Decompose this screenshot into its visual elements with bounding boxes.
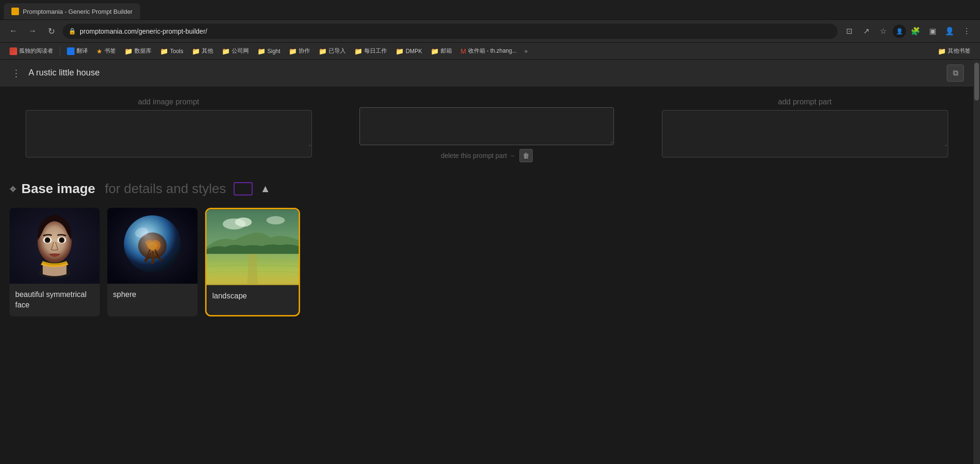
- folder-icon: 📁: [938, 47, 946, 55]
- bookmark-star-icon[interactable]: ☆: [876, 24, 891, 39]
- bookmark-mail[interactable]: 📁 邮箱: [427, 45, 456, 57]
- bookmark-label: 每日工作: [364, 47, 387, 55]
- browser-frame: Promptomania - Generic Prompt Builder ← …: [0, 0, 980, 464]
- landscape-card[interactable]: landscape: [205, 208, 300, 316]
- bookmark-label: 书签: [104, 47, 116, 55]
- delete-prompt-button[interactable]: 🗑: [519, 149, 533, 162]
- face-card-label: beautiful symmetrical face: [9, 284, 100, 316]
- image-cards-grid: beautiful symmetrical face: [9, 208, 964, 316]
- forward-button[interactable]: →: [25, 24, 40, 39]
- resize-handle: ⌟: [308, 140, 311, 147]
- svg-point-11: [124, 215, 181, 272]
- folder-icon: 📁: [396, 47, 404, 55]
- back-button[interactable]: ←: [6, 24, 21, 39]
- prompt-input[interactable]: [28, 68, 941, 78]
- bookmark-daily[interactable]: 📁 每日工作: [350, 45, 391, 57]
- landscape-card-image: [207, 209, 299, 285]
- folder-icon: 📁: [124, 47, 132, 55]
- folder-icon: 📁: [222, 47, 230, 55]
- bookmark-tools[interactable]: 📁 Tools: [156, 46, 187, 57]
- bookmark-label: 孤独的阅读者: [19, 47, 53, 55]
- tab-bar: Promptomania - Generic Prompt Builder: [0, 0, 980, 20]
- sidebar-icon[interactable]: ▣: [925, 24, 940, 39]
- address-text: promptomania.com/generic-prompt-builder/: [80, 28, 832, 35]
- bookmark-label: 公司网: [232, 47, 249, 55]
- account-icon[interactable]: 👤: [942, 24, 957, 39]
- tab-title: Promptomania - Generic Prompt Builder: [23, 8, 132, 15]
- bookmark-star[interactable]: ★ 书签: [93, 45, 120, 57]
- bookmark-label: 已导入: [329, 47, 346, 55]
- folder-icon: 📁: [289, 47, 297, 55]
- other-bookmarks[interactable]: 📁 其他书签: [934, 45, 974, 57]
- profile-icon[interactable]: 👤: [893, 25, 906, 38]
- svg-point-15: [235, 218, 252, 227]
- sphere-svg: [107, 208, 198, 284]
- gmail-icon: M: [461, 47, 466, 55]
- right-textarea[interactable]: [662, 110, 948, 158]
- copy-prompt-button[interactable]: ⧉: [947, 65, 964, 82]
- lock-icon: 🔒: [68, 28, 76, 35]
- scrollbar-thumb[interactable]: [974, 63, 979, 101]
- base-image-section: ⌖ Base image for details and styles ▲: [0, 162, 973, 326]
- face-card[interactable]: beautiful symmetrical face: [9, 208, 100, 316]
- section-title: Base image: [21, 181, 95, 196]
- landscape-card-label: landscape: [207, 285, 299, 307]
- bookmark-label: 数据库: [134, 47, 151, 55]
- bookmark-label: 其他书签: [948, 47, 971, 55]
- cast-icon[interactable]: ⊡: [841, 24, 857, 39]
- reader-icon: [9, 47, 17, 55]
- trash-icon: 🗑: [523, 152, 529, 159]
- left-panel: add image prompt ⌟: [9, 94, 328, 162]
- resize-handle-right: ⌟: [944, 140, 947, 147]
- divider: [60, 46, 60, 56]
- delete-prompt-row: delete this prompt part → 🗑: [441, 149, 532, 162]
- bookmark-label: Tools: [170, 48, 183, 55]
- refresh-button[interactable]: ↻: [44, 24, 59, 39]
- middle-textarea[interactable]: [359, 107, 614, 145]
- bookmark-dmpk[interactable]: 📁 DMPK: [392, 46, 426, 57]
- bookmark-imported[interactable]: 📁 已导入: [315, 45, 349, 57]
- bookmark-sight[interactable]: 📁 Sight: [254, 46, 284, 57]
- translate-icon: [67, 47, 75, 55]
- section-header: ⌖ Base image for details and styles ▲: [9, 181, 964, 196]
- landscape-svg: [207, 210, 299, 284]
- bookmark-inbox[interactable]: M 收件箱 - th.zhang...: [457, 45, 520, 57]
- collapse-section-button[interactable]: ▲: [260, 183, 271, 195]
- bookmarks-bar: 孤独的阅读者 翻译 ★ 书签 📁 数据库 📁 Tools 📁 其他 📁 公司网 …: [0, 43, 980, 60]
- menu-icon[interactable]: ⋮: [959, 24, 974, 39]
- add-image-prompt-button[interactable]: add image prompt: [134, 94, 203, 110]
- address-bar[interactable]: 🔒 promptomania.com/generic-prompt-builde…: [63, 24, 838, 39]
- bookmark-database[interactable]: 📁 数据库: [121, 45, 155, 57]
- bookmark-company[interactable]: 📁 公司网: [218, 45, 253, 57]
- extension-icon[interactable]: 🧩: [908, 24, 923, 39]
- bookmark-collab[interactable]: 📁 协作: [285, 45, 314, 57]
- star-icon: ★: [96, 47, 103, 55]
- section-subtitle: for details and styles: [105, 181, 226, 196]
- page-content: ⋮ ⧉ add image prompt ⌟: [0, 60, 980, 464]
- nav-bar: ← → ↻ 🔒 promptomania.com/generic-prompt-…: [0, 20, 980, 43]
- sphere-card[interactable]: sphere: [107, 208, 198, 316]
- svg-point-7: [60, 239, 64, 242]
- bookmark-other[interactable]: 📁 其他: [188, 45, 217, 57]
- sphere-card-image: [107, 208, 198, 284]
- active-tab[interactable]: Promptomania - Generic Prompt Builder: [4, 3, 140, 19]
- bookmark-label: DMPK: [405, 48, 422, 55]
- folder-icon: 📁: [319, 47, 327, 55]
- more-bookmarks-button[interactable]: »: [521, 46, 530, 56]
- add-prompt-part-button[interactable]: add prompt part: [774, 94, 836, 110]
- selection-indicator: [234, 182, 253, 195]
- face-card-image: [9, 208, 100, 284]
- svg-point-4: [46, 239, 49, 242]
- right-panel: add prompt part ⌟: [646, 94, 964, 162]
- bookmark-label: Sight: [267, 48, 280, 55]
- bookmark-label: 其他: [202, 47, 213, 55]
- bookmark-translate[interactable]: 翻译: [63, 45, 92, 57]
- scrollbar[interactable]: [973, 60, 980, 464]
- left-textarea[interactable]: [26, 110, 312, 158]
- bookmark-reader[interactable]: 孤独的阅读者: [6, 45, 57, 57]
- folder-icon: 📁: [192, 47, 200, 55]
- share-icon[interactable]: ↗: [858, 24, 874, 39]
- prompt-menu-button[interactable]: ⋮: [9, 65, 23, 81]
- svg-point-16: [266, 216, 285, 224]
- sphere-card-label: sphere: [107, 284, 198, 306]
